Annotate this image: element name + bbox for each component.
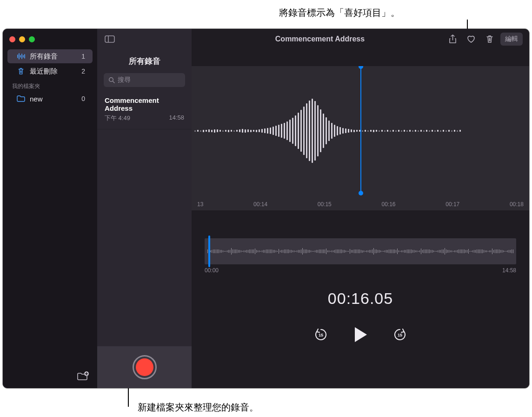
app-window: 所有錄音 1 最近刪除 2 我的檔案夾 new 0: [3, 29, 529, 388]
sidebar-item-label: 最近刪除: [30, 67, 81, 76]
tick-label: 00:15: [318, 201, 332, 208]
toggle-sidebar-button[interactable]: [97, 35, 115, 43]
recording-list-item[interactable]: Commencement Address 下午 4:49 14:58: [97, 91, 192, 129]
detail-panel: Commencement Address 編輯 13 00:14 00:15 0: [192, 29, 529, 388]
new-folder-button[interactable]: [77, 371, 89, 382]
overview-playhead[interactable]: [208, 235, 210, 267]
tick-label: 00:14: [253, 201, 267, 208]
overview-scrubber[interactable]: [205, 238, 516, 264]
sidebar-item-label: new: [30, 95, 81, 103]
recording-time: 下午 4:49: [105, 114, 130, 122]
sidebar-item-label: 所有錄音: [30, 52, 81, 61]
window-controls: [3, 34, 97, 49]
current-time-display: 00:16.05: [192, 289, 529, 308]
waveform-editor[interactable]: 13 00:14 00:15 00:16 00:17 00:18: [192, 66, 529, 210]
record-dot-icon: [136, 358, 153, 376]
waveform-icon: [16, 53, 26, 60]
tick-label: 00:18: [510, 201, 524, 208]
sidebar-section-header: 我的檔案夾: [3, 79, 97, 91]
svg-rect-11: [105, 36, 114, 42]
annotation-line: [128, 385, 129, 407]
edit-button[interactable]: 編輯: [500, 33, 523, 46]
recordings-list-panel: 所有錄音 搜尋 Commencement Address 下午 4:49 14:…: [97, 29, 192, 388]
record-button[interactable]: [133, 355, 157, 379]
recording-duration: 14:58: [169, 114, 184, 122]
tick-label: 13: [197, 201, 203, 208]
overview-waveform: [207, 248, 513, 255]
sidebar-item-all-recordings[interactable]: 所有錄音 1: [7, 49, 93, 63]
svg-text:15: 15: [398, 333, 402, 337]
play-button[interactable]: [353, 326, 368, 343]
tick-label: 00:16: [381, 201, 395, 208]
sidebar: 所有錄音 1 最近刪除 2 我的檔案夾 new 0: [3, 29, 97, 388]
record-area: [97, 346, 192, 388]
transport-controls: 15 15: [192, 326, 529, 343]
favorite-button[interactable]: [463, 33, 479, 46]
search-input[interactable]: 搜尋: [104, 73, 185, 87]
search-placeholder: 搜尋: [118, 76, 131, 84]
zoom-window-button[interactable]: [29, 36, 35, 42]
recording-title: Commencement Address: [198, 35, 442, 43]
detail-toolbar: Commencement Address 編輯: [192, 29, 529, 49]
list-title: 所有錄音: [97, 49, 192, 71]
sidebar-item-count: 0: [81, 95, 85, 102]
trash-icon: [16, 67, 26, 75]
minimize-window-button[interactable]: [19, 36, 25, 42]
delete-button[interactable]: [482, 33, 498, 46]
playhead[interactable]: [360, 66, 361, 194]
timeline-labels: 13 00:14 00:15 00:16 00:17 00:18: [192, 201, 529, 208]
close-window-button[interactable]: [9, 36, 15, 42]
sidebar-item-count: 1: [81, 53, 85, 60]
svg-line-14: [113, 81, 115, 83]
folder-icon: [16, 95, 26, 102]
share-button[interactable]: [445, 33, 460, 46]
search-icon: [108, 77, 115, 83]
sidebar-item-recently-deleted[interactable]: 最近刪除 2: [7, 64, 93, 78]
overview-start-label: 00:00: [205, 267, 219, 274]
skip-forward-15-button[interactable]: 15: [393, 328, 407, 342]
annotation-favorite: 將錄音標示為「喜好項目」。: [279, 7, 400, 19]
overview-end-label: 14:58: [502, 267, 516, 274]
tick-label: 00:17: [446, 201, 459, 208]
skip-back-15-button[interactable]: 15: [314, 328, 328, 342]
sidebar-item-count: 2: [81, 67, 85, 75]
annotation-new-folder: 新建檔案夾來整理您的錄音。: [138, 401, 259, 414]
sidebar-folder-item[interactable]: new 0: [7, 92, 93, 106]
recording-name: Commencement Address: [105, 96, 184, 112]
svg-text:15: 15: [319, 333, 323, 337]
